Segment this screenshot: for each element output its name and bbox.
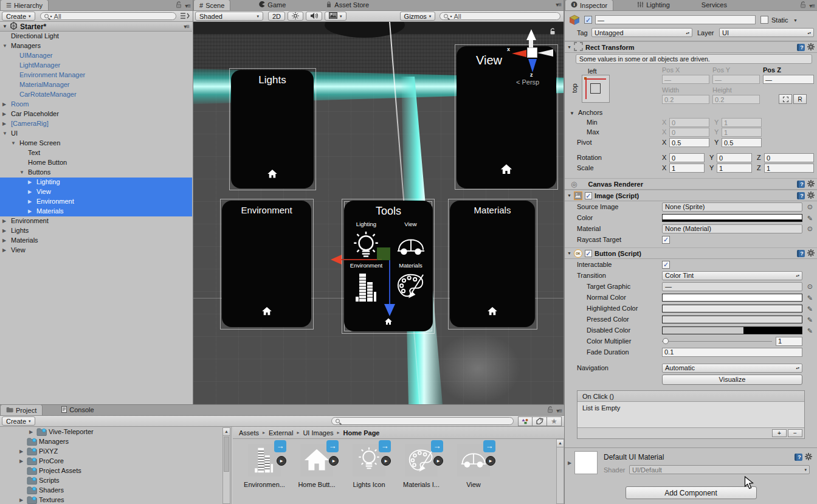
hierarchy-item-view[interactable]: ▶View <box>0 246 192 255</box>
hierarchy-item-ui[interactable]: ▼UI <box>0 129 192 139</box>
hierarchy-create-button[interactable]: Create▾ <box>2 12 35 21</box>
scene-effects-dropdown[interactable]: ▾ <box>325 12 346 21</box>
foldout-arrow[interactable]: ▶ <box>2 111 6 117</box>
disabled-color-swatch[interactable] <box>662 326 802 334</box>
gizmo-center-cube[interactable] <box>527 47 537 58</box>
object-picker-icon[interactable]: ⊙ <box>807 203 813 211</box>
foldout-arrow[interactable]: ▶ <box>2 121 6 126</box>
hierarchy-item-room[interactable]: ▶Room <box>0 100 192 109</box>
foldout-arrow[interactable]: ▼ <box>567 251 571 255</box>
help-icon[interactable]: ? <box>797 44 805 51</box>
project-search-input[interactable] <box>331 417 514 425</box>
foldout-arrow[interactable]: ▼ <box>570 111 574 116</box>
ui-card-environment[interactable]: Environment <box>222 201 311 327</box>
hierarchy-item-lightmanager[interactable]: LightManager <box>0 61 192 71</box>
blueprint-mode-button[interactable] <box>779 94 792 104</box>
gear-icon[interactable] <box>807 43 815 52</box>
asset-materials-i-[interactable]: →▶Materials I... <box>402 444 441 488</box>
foldout-arrow[interactable]: ▶ <box>28 179 32 185</box>
hierarchy-item-environment[interactable]: ▶Environment <box>0 197 192 207</box>
foldout-arrow[interactable]: ▶ <box>2 228 6 233</box>
favorites-star-icon[interactable]: ★ <box>547 416 562 426</box>
ui-card-materials[interactable]: Materials <box>450 201 535 327</box>
tab-hierarchy[interactable]: ☰ Hierarchy <box>0 0 49 10</box>
foldout-arrow[interactable]: ▶ <box>28 189 32 195</box>
foldout-arrow[interactable]: ▶ <box>568 460 571 466</box>
asset-lights-icon[interactable]: →▶Lights Icon <box>350 444 388 488</box>
help-icon[interactable]: ? <box>797 192 805 199</box>
raycast-target-checkbox[interactable]: ✓ <box>662 236 670 244</box>
breadcrumb-external[interactable]: External <box>269 429 293 437</box>
rotation-z-field[interactable]: 0 <box>764 153 814 162</box>
pos-x-field[interactable]: — <box>662 75 709 84</box>
eyedropper-icon[interactable]: ✎ <box>807 316 813 324</box>
image-enabled-checkbox[interactable]: ✓ <box>585 192 592 199</box>
tab-lighting[interactable]: Lighting <box>632 0 675 10</box>
scale-z-field[interactable]: 1 <box>764 164 814 173</box>
breadcrumb-assets[interactable]: Assets <box>239 429 259 437</box>
tab-asset-store[interactable]: Asset Store <box>320 0 374 10</box>
foldout-arrow[interactable]: ▶ <box>19 497 23 503</box>
foldout-arrow[interactable]: ▶ <box>2 238 6 243</box>
foldout-arrow[interactable]: ▼ <box>2 131 7 136</box>
scroll-up-button[interactable]: ▲ <box>223 428 230 436</box>
project-tree-scrollbar[interactable]: ▲ <box>222 427 230 504</box>
color-multiplier-field[interactable]: 1 <box>776 337 802 346</box>
lock-icon[interactable] <box>176 1 182 10</box>
scene-viewport[interactable]: Lights View Environment Tools Lighting V… <box>193 22 564 404</box>
asset-view[interactable]: →▶View <box>454 444 493 488</box>
tab-scene[interactable]: # Scene <box>193 0 230 10</box>
active-checkbox[interactable]: ✓ <box>584 16 592 24</box>
project-folder-textures[interactable]: ▶Textures <box>0 495 222 504</box>
foldout-arrow[interactable]: ▼ <box>2 24 7 29</box>
panel-menu-icon[interactable]: ▾≡ <box>185 2 190 9</box>
foldout-arrow[interactable]: ▼ <box>19 170 24 175</box>
gear-icon[interactable] <box>807 180 815 188</box>
scene-search-input[interactable]: ▾ All <box>440 12 560 20</box>
foldout-arrow[interactable]: ▶ <box>2 218 6 224</box>
project-folder-scripts[interactable]: Scripts <box>0 476 222 486</box>
color-multiplier-slider[interactable] <box>662 337 772 345</box>
hierarchy-sort-icon[interactable] <box>180 12 190 21</box>
project-create-button[interactable]: Create▾ <box>2 416 35 426</box>
transition-dropdown[interactable]: Color Tint▴▾ <box>662 271 802 280</box>
interactable-checkbox[interactable]: ✓ <box>662 261 670 269</box>
hierarchy-item-home-button[interactable]: Home Button <box>0 158 192 168</box>
rotation-y-field[interactable]: 0 <box>717 153 752 162</box>
hierarchy-item--camerarig-[interactable]: ▶[CameraRig] <box>0 119 192 129</box>
pos-z-field[interactable]: — <box>763 75 814 84</box>
move-gizmo-x-arrow[interactable] <box>331 255 342 264</box>
foldout-arrow[interactable]: ▶ <box>2 247 6 253</box>
raw-edit-mode-button[interactable]: R <box>793 94 807 104</box>
hierarchy-item-directional-light[interactable]: Directional Light <box>0 32 192 41</box>
asset-home-butt-[interactable]: →▶Home Butt... <box>297 444 336 488</box>
source-image-object-field[interactable]: None (Sprite) <box>662 202 802 212</box>
scene-menu-icon[interactable]: ▾≡ <box>184 23 189 30</box>
project-folder-shaders[interactable]: Shaders <box>0 486 222 495</box>
eyedropper-icon[interactable]: ✎ <box>807 327 813 335</box>
lock-icon[interactable] <box>800 1 806 10</box>
anchors-min-x-field[interactable]: 0 <box>669 118 709 127</box>
project-folder-project-assets[interactable]: Project Assets <box>0 466 222 476</box>
pivot-x-field[interactable]: 0.5 <box>669 138 709 147</box>
hierarchy-item-car-placeholder[interactable]: ▶Car Placeholder <box>0 109 192 119</box>
scroll-up-button[interactable]: ▲ <box>557 440 564 447</box>
hierarchy-item-lighting[interactable]: ▶Lighting <box>0 178 192 187</box>
gizmos-dropdown[interactable]: Gizmos▾ <box>400 12 436 21</box>
eyedropper-icon[interactable]: ✎ <box>807 215 813 223</box>
scene-audio-toggle[interactable] <box>306 12 322 21</box>
normal-color-swatch[interactable] <box>662 294 802 302</box>
hierarchy-item-materials[interactable]: ▶Materials <box>0 207 192 216</box>
breadcrumb-ui-images[interactable]: UI Images <box>303 429 333 437</box>
foldout-arrow[interactable]: ▶ <box>19 449 23 454</box>
hierarchy-item-uimanager[interactable]: UIManager <box>0 51 192 61</box>
tab-project[interactable]: Project <box>0 404 43 415</box>
static-checkbox[interactable] <box>760 16 768 24</box>
object-picker-icon[interactable]: ⊙ <box>807 283 813 291</box>
anchors-max-x-field[interactable]: 0 <box>669 128 709 137</box>
scale-x-field[interactable]: 1 <box>669 164 705 173</box>
expand-asset-icon[interactable]: ▶ <box>486 456 495 466</box>
help-icon[interactable]: ? <box>797 181 805 188</box>
tab-game[interactable]: Game <box>253 0 291 10</box>
asset-environmen-[interactable]: →▶Environmen... <box>245 444 284 488</box>
